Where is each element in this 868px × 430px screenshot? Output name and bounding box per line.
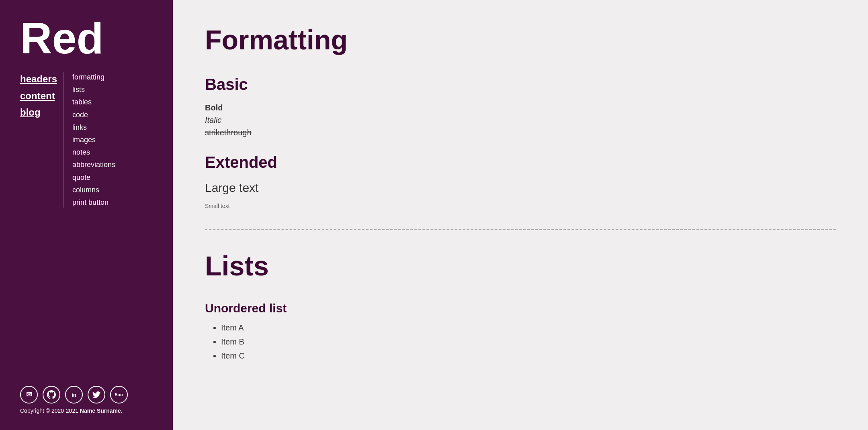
list-item: Item C xyxy=(221,351,836,361)
sidebar-item-blog[interactable]: blog xyxy=(20,106,57,119)
500px-icon[interactable]: 5oo xyxy=(110,386,128,404)
sidebar-item-abbreviations[interactable]: abbreviations xyxy=(72,160,115,170)
copyright-name: Name Surname. xyxy=(80,408,123,414)
sidebar-footer: ✉ in 5oo Copyright © 2020-2021 Name Surn… xyxy=(20,370,153,414)
bold-text: Bold xyxy=(205,103,836,112)
basic-subsection: Basic Bold Italic strikethrough xyxy=(205,75,836,137)
sidebar-item-headers[interactable]: headers xyxy=(20,72,57,86)
sidebar-item-content[interactable]: content xyxy=(20,89,57,103)
list-item: Item B xyxy=(221,337,836,346)
sidebar-item-tables[interactable]: tables xyxy=(72,97,115,107)
extended-title: Extended xyxy=(205,153,836,171)
sidebar-item-links[interactable]: links xyxy=(72,122,115,132)
lists-title: Lists xyxy=(205,250,836,281)
sidebar-item-notes[interactable]: notes xyxy=(72,147,115,157)
twitter-icon[interactable] xyxy=(88,386,105,404)
sidebar-item-images[interactable]: images xyxy=(72,135,115,145)
strikethrough-text: strikethrough xyxy=(205,128,836,137)
large-text: Large text xyxy=(205,181,836,195)
main-content: Formatting Basic Bold Italic strikethrou… xyxy=(173,0,868,430)
sidebar-nav-secondary: formatting lists tables code links image… xyxy=(72,72,115,208)
list-item: Item A xyxy=(221,323,836,332)
linkedin-icon[interactable]: in xyxy=(65,386,83,404)
sidebar-item-formatting[interactable]: formatting xyxy=(72,72,115,82)
sidebar-item-code[interactable]: code xyxy=(72,110,115,120)
social-icons-group: ✉ in 5oo xyxy=(20,386,153,404)
unordered-list-title: Unordered list xyxy=(205,302,836,315)
unordered-list-subsection: Unordered list Item A Item B Item C xyxy=(205,302,836,361)
email-icon[interactable]: ✉ xyxy=(20,386,38,404)
sidebar-item-lists[interactable]: lists xyxy=(72,85,115,95)
formatting-section: Formatting Basic Bold Italic strikethrou… xyxy=(205,24,836,209)
extended-subsection: Extended Large text Small text xyxy=(205,153,836,209)
sidebar-navigation: headers content blog formatting lists ta… xyxy=(20,72,153,208)
page-title: Formatting xyxy=(205,24,836,55)
unordered-list: Item A Item B Item C xyxy=(205,323,836,361)
italic-text: Italic xyxy=(205,116,836,125)
sidebar-nav-primary: headers content blog xyxy=(20,72,64,208)
github-icon[interactable] xyxy=(43,386,60,404)
sidebar: Red headers content blog formatting list… xyxy=(0,0,173,430)
lists-section: Lists Unordered list Item A Item B Item … xyxy=(205,250,836,361)
basic-title: Basic xyxy=(205,75,836,94)
sidebar-item-print-button[interactable]: print button xyxy=(72,198,115,208)
section-divider xyxy=(205,229,836,230)
copyright-text: Copyright © 2020-2021 Name Surname. xyxy=(20,408,153,414)
sidebar-item-columns[interactable]: columns xyxy=(72,185,115,195)
sidebar-item-quote[interactable]: quote xyxy=(72,173,115,183)
small-text: Small text xyxy=(205,203,836,209)
sidebar-logo: Red xyxy=(20,16,153,60)
